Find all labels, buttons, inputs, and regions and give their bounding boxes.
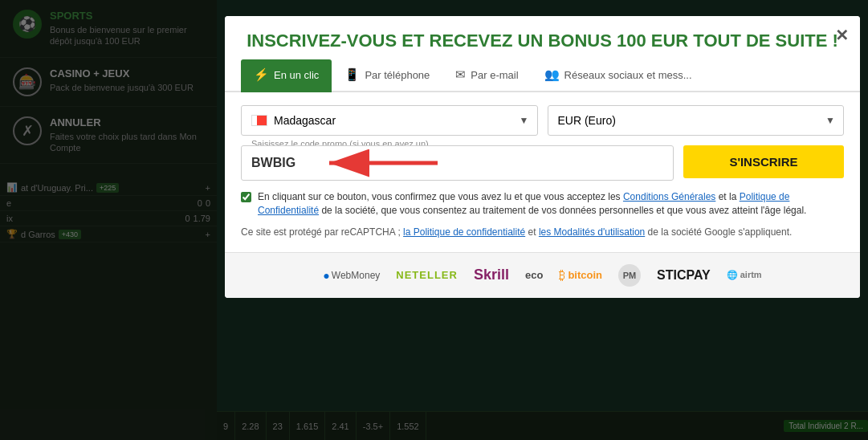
bitcoin-logo: ₿ bitcoin [559, 268, 602, 283]
social-icon: 👥 [544, 67, 560, 82]
terms-checkbox[interactable] [241, 192, 251, 202]
pm-logo: PM [618, 264, 641, 287]
tab-par-telephone-label: Par téléphone [365, 69, 430, 81]
recaptcha-modalites-link[interactable]: les Modalités d'utilisation [539, 226, 645, 238]
currency-label: EUR (Euro) [558, 114, 616, 127]
terms-text: En cliquant sur ce bouton, vous confirme… [258, 190, 844, 218]
eco-logo: eco [525, 269, 543, 281]
neteller-logo: NETELLER [396, 269, 458, 281]
promo-register-row: Saisissez le code promo (si vous en avez… [241, 145, 844, 181]
country-currency-row: Madagascar ▼ EUR (Euro) ▼ [241, 105, 844, 136]
tab-reseaux[interactable]: 👥 Réseaux sociaux et mess... [532, 59, 705, 92]
country-chevron-icon: ▼ [520, 115, 529, 126]
phone-icon: 📱 [344, 67, 360, 82]
tab-par-email-label: Par e-mail [471, 69, 518, 81]
tab-en-un-clic[interactable]: ⚡ En un clic [241, 59, 332, 92]
terms-checkbox-row: En cliquant sur ce bouton, vous confirme… [241, 190, 844, 218]
promo-field: Saisissez le code promo (si vous en avez… [241, 145, 674, 181]
country-label: Madagascar [274, 114, 336, 127]
tab-reseaux-label: Réseaux sociaux et mess... [564, 69, 692, 81]
tab-par-telephone[interactable]: 📱 Par téléphone [332, 59, 442, 92]
madagascar-flag [251, 115, 267, 126]
modal-header: INSCRIVEZ-VOUS ET RECEVEZ UN BONUS 100 E… [225, 16, 860, 59]
tab-par-email[interactable]: ✉ Par e-mail [442, 59, 531, 92]
close-button[interactable]: ✕ [835, 26, 849, 45]
registration-modal: ✕ INSCRIVEZ-VOUS ET RECEVEZ UN BONUS 100… [225, 16, 860, 298]
lightning-icon: ⚡ [254, 67, 269, 82]
tab-en-un-clic-label: En un clic [274, 69, 319, 81]
register-button[interactable]: S'INSCRIRE [683, 145, 844, 178]
email-icon: ✉ [455, 67, 466, 82]
recaptcha-politique-link[interactable]: la Politique de confidentialité [403, 226, 525, 238]
airtm-logo: 🌐 airtm [727, 270, 762, 280]
red-arrow [313, 147, 442, 179]
country-select-wrapper[interactable]: Madagascar ▼ [241, 105, 538, 136]
sticpay-logo: STICPAY [657, 268, 711, 283]
currency-select[interactable]: EUR (Euro) ▼ [548, 105, 845, 136]
currency-select-wrapper[interactable]: EUR (Euro) ▼ [548, 105, 845, 136]
payment-footer: ● WebMoney NETELLER Skrill eco ₿ bitcoin… [225, 252, 860, 298]
country-select[interactable]: Madagascar ▼ [241, 105, 538, 136]
recaptcha-text: Ce site est protégé par reCAPTCHA ; la P… [241, 226, 844, 239]
modal-tabs: ⚡ En un clic 📱 Par téléphone ✉ Par e-mai… [225, 59, 860, 92]
skrill-logo: Skrill [474, 267, 509, 283]
modal-title: INSCRIVEZ-VOUS ET RECEVEZ UN BONUS 100 E… [241, 31, 844, 51]
conditions-link[interactable]: Conditions Générales [623, 191, 715, 202]
webmoney-logo: ● WebMoney [323, 269, 380, 282]
modal-body: Madagascar ▼ EUR (Euro) ▼ Saisissez le c… [225, 92, 860, 251]
promo-input[interactable] [241, 145, 674, 181]
currency-chevron-icon: ▼ [825, 115, 835, 126]
